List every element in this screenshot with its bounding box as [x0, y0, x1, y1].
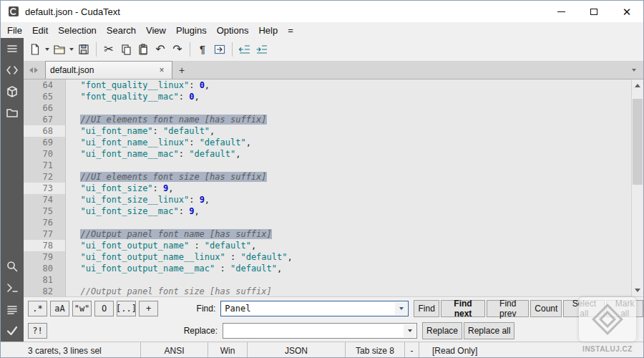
- code-line[interactable]: 68 "ui_font_name": "default",: [24, 125, 633, 137]
- paste-button[interactable]: [135, 40, 152, 59]
- new-file-icon: [29, 43, 42, 56]
- code-text: [66, 274, 633, 286]
- copy-button[interactable]: [117, 40, 135, 59]
- status-tab-size[interactable]: Tab size 8: [346, 342, 405, 358]
- status-encoding[interactable]: ANSI: [141, 342, 208, 358]
- find-next-button[interactable]: Find next: [441, 300, 485, 317]
- title-bar: default.json - CudaText ✕: [1, 1, 643, 22]
- code-text: "ui_font_size__linux": 9,: [66, 194, 633, 205]
- tab-close-icon[interactable]: ×: [156, 65, 167, 75]
- code-line[interactable]: 74 "ui_font_size__linux": 9,: [24, 194, 633, 205]
- code-editor[interactable]: 64 "font_quality__linux": 0,65 "font_qua…: [24, 79, 633, 296]
- whole-words-toggle[interactable]: "w": [72, 301, 92, 316]
- minimize-button[interactable]: [545, 1, 577, 22]
- code-line[interactable]: 70 "ui_font_name__mac": "default",: [24, 148, 633, 160]
- code-line[interactable]: 66: [24, 102, 633, 114]
- code-line[interactable]: 71: [24, 160, 633, 171]
- sidebar-project-button[interactable]: [1, 102, 24, 124]
- menu-help[interactable]: Help: [253, 24, 283, 37]
- count-button[interactable]: Count: [530, 300, 562, 317]
- code-line[interactable]: 76: [24, 217, 633, 228]
- menu-options[interactable]: Options: [212, 24, 254, 37]
- in-selection-toggle[interactable]: [..]: [117, 301, 136, 316]
- confirm-replace-toggle[interactable]: ?!: [28, 323, 47, 339]
- goto-button[interactable]: [211, 40, 228, 59]
- new-file-button[interactable]: [26, 40, 44, 59]
- status-lexer[interactable]: JSON: [248, 342, 346, 358]
- find-prev-button[interactable]: Find prev: [487, 300, 529, 317]
- code-line[interactable]: 80 "ui_font_output_name__mac" : "default…: [24, 263, 633, 274]
- menu-plugins[interactable]: Plugins: [171, 24, 212, 37]
- redo-button[interactable]: ↷: [169, 40, 186, 59]
- scroll-down-button[interactable]: [632, 284, 643, 296]
- undo-button[interactable]: ↶: [152, 40, 169, 59]
- tab-list-dropdown[interactable]: [625, 61, 643, 79]
- find-button[interactable]: Find: [414, 300, 439, 317]
- sidebar-validate-button[interactable]: [1, 320, 24, 342]
- line-number: 79: [24, 251, 66, 263]
- code-line[interactable]: 73 "ui_font_size": 9,: [24, 183, 633, 194]
- replace-input[interactable]: [223, 323, 417, 339]
- code-line[interactable]: 65 "font_quality__mac": 0,: [24, 91, 633, 102]
- code-text: "ui_font_name__linux": "default",: [66, 137, 633, 148]
- code-line[interactable]: 81: [24, 274, 633, 286]
- open-file-dropdown[interactable]: [68, 40, 75, 59]
- app-icon: [8, 6, 19, 17]
- code-line[interactable]: 67 //UI elements font name [has suffix]: [24, 114, 633, 125]
- sidebar-plugins-button[interactable]: [1, 81, 24, 102]
- regex-toggle[interactable]: .*: [28, 301, 47, 316]
- close-button[interactable]: ✕: [610, 1, 643, 22]
- find-history-dropdown[interactable]: [395, 302, 407, 315]
- sidebar-code-tree-button[interactable]: [1, 59, 24, 81]
- status-line-ends[interactable]: Win: [208, 342, 248, 358]
- case-sensitive-toggle[interactable]: aA: [50, 301, 69, 316]
- indent-button[interactable]: [253, 40, 270, 59]
- wrapped-search-toggle[interactable]: O: [94, 301, 114, 316]
- chevron-down-icon: [408, 329, 412, 332]
- code-line[interactable]: 78 "ui_font_output_name" : "default",: [24, 240, 633, 251]
- menu-selection[interactable]: Selection: [53, 24, 101, 37]
- code-line[interactable]: 75 "ui_font_size__mac": 9,: [24, 205, 633, 217]
- find-row: .* aA "w" O [..] + Find: Panel Find Find…: [24, 297, 643, 319]
- status-selection-mode[interactable]: -: [405, 342, 419, 358]
- sidebar-console-button[interactable]: [1, 277, 24, 299]
- open-file-button[interactable]: [51, 40, 68, 59]
- chevron-down-icon: [45, 48, 49, 51]
- line-number: 78: [24, 240, 66, 251]
- vertical-scrollbar[interactable]: [631, 79, 643, 296]
- replace-button[interactable]: Replace: [422, 322, 462, 339]
- code-line[interactable]: 77 //Output panel font name [has suffix]: [24, 228, 633, 240]
- sidebar-search-button[interactable]: [1, 256, 24, 277]
- menu-view[interactable]: View: [141, 24, 171, 37]
- scroll-up-button[interactable]: [632, 79, 643, 92]
- code-text: "ui_font_output_name__linux" : "default"…: [66, 251, 633, 263]
- code-line[interactable]: 82 //Output panel font size [has suffix]: [24, 286, 633, 296]
- code-line[interactable]: 79 "ui_font_output_name__linux" : "defau…: [24, 251, 633, 263]
- line-number: 70: [24, 148, 66, 160]
- menu-search[interactable]: Search: [102, 24, 141, 37]
- new-tab-button[interactable]: +: [172, 62, 191, 78]
- tab-default-json[interactable]: default.json ×: [45, 61, 172, 79]
- code-line[interactable]: 72 //UI elements font size [has suffix]: [24, 171, 633, 183]
- replace-all-button[interactable]: Replace all: [464, 322, 514, 339]
- sidebar-menu-button[interactable]: [1, 38, 24, 59]
- new-file-dropdown[interactable]: [44, 40, 51, 59]
- replace-history-dropdown[interactable]: [404, 324, 416, 337]
- sidebar-output-button[interactable]: [1, 299, 24, 320]
- tab-scroll-arrows[interactable]: [24, 61, 44, 79]
- maximize-button[interactable]: [577, 1, 610, 22]
- unindent-button[interactable]: [236, 40, 253, 59]
- show-nonprinted-button[interactable]: ¶: [194, 40, 211, 59]
- save-button[interactable]: [75, 40, 92, 59]
- menu-edit[interactable]: Edit: [27, 24, 53, 37]
- find-input[interactable]: Panel: [220, 301, 409, 316]
- folder-icon: [6, 107, 19, 120]
- scrollbar-thumb[interactable]: [633, 99, 643, 185]
- menu-file[interactable]: File: [2, 24, 27, 37]
- toolbar: ✂ ↶ ↷ ¶: [24, 38, 643, 61]
- menu-equals[interactable]: =: [283, 24, 298, 37]
- code-line[interactable]: 64 "font_quality__linux": 0,: [24, 79, 633, 91]
- cut-button[interactable]: ✂: [100, 40, 117, 59]
- code-line[interactable]: 69 "ui_font_name__linux": "default",: [24, 137, 633, 148]
- multiline-toggle[interactable]: +: [139, 301, 158, 316]
